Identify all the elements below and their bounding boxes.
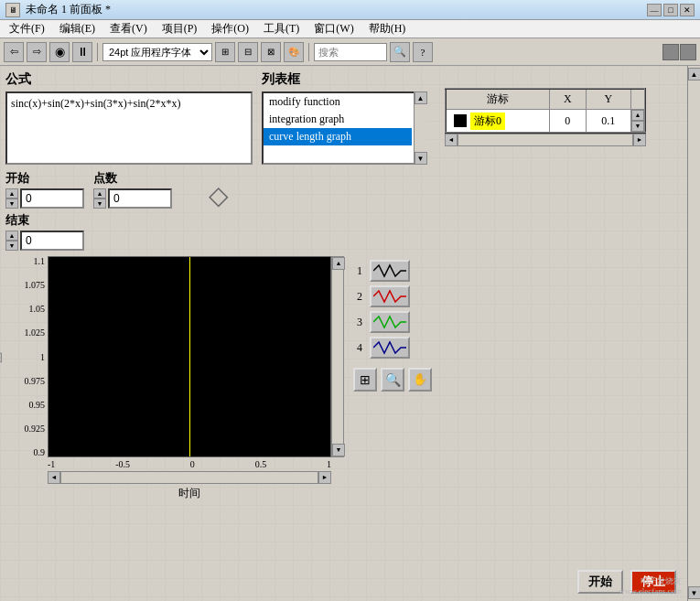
points-input-group: 点数 ▲ ▼ [93,170,172,209]
maximize-button[interactable]: □ [663,4,678,16]
align-button[interactable]: ⊞ [215,42,235,62]
cursor-scroll-up[interactable]: ▲ [631,110,644,121]
zoom-icon-btn[interactable]: 🔍 [381,368,404,392]
distribute-button[interactable]: ⊟ [238,42,258,62]
expand-icon-btn[interactable]: ⊞ [353,368,377,392]
x-scroll-bar: ◄ ► [48,471,331,484]
color-button[interactable]: 🎨 [284,42,304,62]
window-controls: — □ ✕ [647,4,695,16]
graph-plot-area[interactable] [48,256,331,457]
points-field[interactable] [108,188,172,209]
menu-project[interactable]: 项目(P) [156,20,203,38]
graph-scroll-down[interactable]: ▼ [332,444,345,456]
listbox-item-modify[interactable]: modify function [264,93,412,111]
start-field[interactable] [20,188,84,209]
plot-num-4: 4 [353,341,366,355]
close-button[interactable]: ✕ [680,4,695,16]
menu-edit[interactable]: 编辑(E) [54,20,101,38]
side-scroll-down[interactable]: ▼ [688,586,701,599]
app-icon: 🖥 [5,3,20,17]
plot-num-1: 1 [353,264,366,278]
x-scroll-right[interactable]: ► [318,471,331,484]
listbox-label: 列表框 [262,71,426,88]
cursor-name-cell: 游标0 [446,110,549,134]
menu-tools[interactable]: 工具(T) [258,20,305,38]
plot-num-2: 2 [353,290,366,304]
rewind-icon[interactable]: ◉ [49,42,70,62]
menu-file[interactable]: 文件(F) [4,20,50,38]
cursor-col-header: 游标 [446,89,549,110]
menu-window[interactable]: 窗口(W) [308,20,359,38]
separator-1 [97,43,98,61]
plot-btn-3[interactable] [370,311,410,333]
hand-icon-btn[interactable]: ✋ [408,368,432,392]
window-title: 未命名 1 前面板 * [26,2,111,17]
x-label-2: -0.5 [115,459,130,469]
graph-scroll-track-v [332,270,343,444]
back-button[interactable]: ⇦ [4,42,24,62]
resize-button[interactable]: ⊠ [261,42,281,62]
cursor-table-wrapper: 游标 X Y 游标0 [445,88,646,146]
end-down-arrow[interactable]: ▼ [5,241,18,251]
y-label-5: 1 [40,352,45,362]
plot-btn-1[interactable] [370,260,410,282]
start-up-arrow[interactable]: ▲ [5,188,18,199]
top-row: 公式 sinc(x)+sin(2*x)+sin(3*x)+sin(2*x*x) … [5,71,695,165]
diamond-icon[interactable]: ◇ [209,183,229,209]
x-scroll-left[interactable]: ◄ [48,471,60,484]
scroll-left-arrow[interactable]: ◄ [445,134,458,146]
formula-box[interactable]: sinc(x)+sin(2*x)+sin(3*x)+sin(2*x*x) [5,91,253,165]
scroll-track-h [458,134,633,146]
points-up-arrow[interactable]: ▲ [93,188,106,199]
search-input[interactable] [314,43,387,61]
separator-2 [308,43,309,61]
y-label-3: 1.05 [29,304,46,314]
diamond-area: ◇ [209,183,229,209]
points-down-arrow[interactable]: ▼ [93,199,106,209]
wave-svg-1 [373,263,406,278]
start-button[interactable]: 开始 [577,570,623,594]
x-label-1: -1 [48,459,55,469]
y-label-4: 1.025 [25,327,46,338]
listbox-scrollbar: ▲ ▼ [414,91,426,165]
scroll-right-arrow[interactable]: ► [633,134,646,146]
scroll-up-arrow[interactable]: ▲ [415,91,427,104]
menu-operate[interactable]: 操作(O) [206,20,254,38]
grid-icon-2 [680,44,696,60]
start-input-group: 开始 ▲ ▼ [5,170,84,209]
wave-svg-2 [373,289,406,304]
search-button[interactable]: 🔍 [390,42,410,62]
x-col-header: X [549,89,586,110]
listbox[interactable]: modify function integration graph curve … [262,91,426,165]
graph-with-axes: 1.1 1.075 1.05 1.025 1 0.975 0.95 0.925 … [5,256,344,501]
plot-btn-2[interactable] [370,285,410,307]
plot-row-1: 1 [353,260,432,282]
graph-scroll-up[interactable]: ▲ [332,257,345,270]
listbox-item-integration[interactable]: integration graph [264,111,412,128]
font-selector[interactable]: 24pt 应用程序字体 [102,43,212,61]
forward-button[interactable]: ⇨ [27,42,47,62]
scroll-down-arrow[interactable]: ▼ [415,152,427,165]
start-down-arrow[interactable]: ▼ [5,199,18,209]
end-label: 结束 [5,212,84,229]
points-label: 点数 [93,170,172,187]
end-field[interactable] [20,231,84,251]
menu-view[interactable]: 查看(V) [104,20,153,38]
end-up-arrow[interactable]: ▲ [5,231,18,241]
formula-content: sinc(x)+sin(2*x)+sin(3*x)+sin(2*x*x) [11,97,181,110]
menu-help[interactable]: 帮助(H) [363,20,412,38]
y-label-2: 1.075 [25,280,46,290]
listbox-item-curve[interactable]: curve length graph [264,128,412,145]
points-arrows: ▲ ▼ [93,188,106,209]
y-axis: 1.1 1.075 1.05 1.025 1 0.975 0.95 0.925 … [5,256,48,457]
minimize-button[interactable]: — [647,4,662,16]
plot-btn-4[interactable] [370,337,410,359]
pause-button[interactable]: ⏸ [72,42,92,62]
wave-svg-3 [373,315,406,329]
cursor-scroll-down[interactable]: ▼ [631,121,644,132]
plot-buttons: 1 2 [353,260,432,359]
graph-left-icon: ⊞ [0,349,3,366]
help-button[interactable]: ? [413,42,433,62]
y-label-8: 0.925 [25,424,46,434]
cursor-vertical-line [189,257,190,456]
